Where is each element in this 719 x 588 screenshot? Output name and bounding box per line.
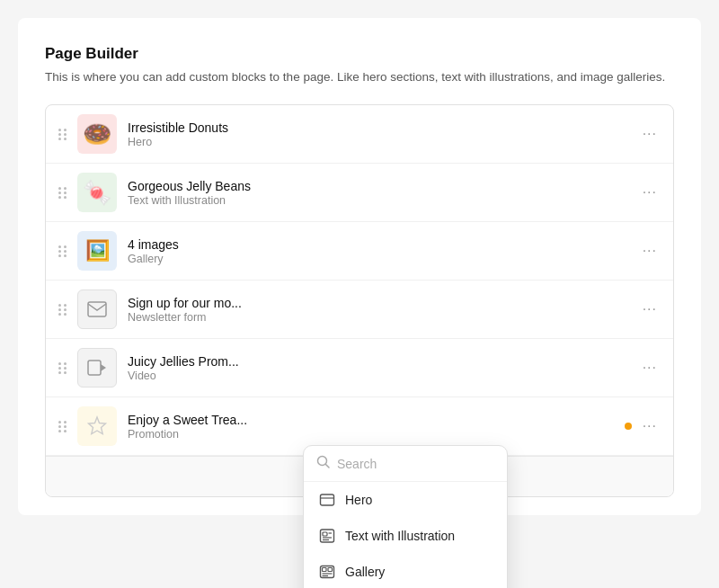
block-info: Gorgeous Jelly Beans Text with Illustrat… bbox=[128, 179, 639, 207]
svg-marker-24 bbox=[89, 417, 106, 434]
more-options-button[interactable]: ··· bbox=[639, 181, 661, 204]
block-list: 🍩 Irresistible Donuts Hero ··· 🍬 Gorgeou… bbox=[45, 104, 674, 497]
block-actions: ··· bbox=[639, 356, 661, 379]
search-icon bbox=[316, 455, 330, 472]
svg-line-1 bbox=[326, 465, 330, 468]
add-block-dropdown: Hero Text with Illustration bbox=[303, 445, 508, 588]
block-thumbnail: 🍬 bbox=[77, 173, 117, 212]
block-info: 4 images Gallery bbox=[128, 237, 639, 265]
drag-handle[interactable] bbox=[58, 421, 67, 432]
block-name: 4 images bbox=[128, 237, 307, 252]
dropdown-search-bar bbox=[304, 446, 507, 482]
hero-icon bbox=[318, 491, 336, 509]
block-info: Enjoy a Sweet Trea... Promotion bbox=[128, 413, 625, 441]
drag-handle[interactable] bbox=[58, 304, 67, 316]
svg-rect-11 bbox=[328, 568, 333, 572]
block-name: Sign up for our mo... bbox=[128, 296, 307, 310]
dropdown-item-hero[interactable]: Hero bbox=[304, 482, 507, 518]
svg-rect-5 bbox=[323, 532, 327, 536]
more-options-button[interactable]: ··· bbox=[639, 239, 661, 263]
more-options-button[interactable]: ··· bbox=[639, 298, 661, 321]
drag-handle[interactable] bbox=[58, 187, 67, 199]
block-type: Promotion bbox=[128, 428, 625, 441]
block-type: Text with Illustration bbox=[128, 194, 639, 207]
drag-handle[interactable] bbox=[58, 362, 67, 374]
more-options-button[interactable]: ··· bbox=[639, 356, 661, 379]
block-thumbnail bbox=[77, 406, 117, 446]
table-row: 🖼️ 4 images Gallery ··· bbox=[46, 222, 673, 281]
block-type: Hero bbox=[128, 136, 639, 148]
block-thumbnail bbox=[77, 290, 117, 329]
block-name: Gorgeous Jelly Beans bbox=[128, 179, 307, 193]
block-thumbnail: 🍩 bbox=[77, 114, 117, 154]
block-thumbnail bbox=[77, 348, 117, 388]
block-info: Sign up for our mo... Newsletter form bbox=[128, 296, 639, 324]
dropdown-item-label: Gallery bbox=[345, 565, 385, 579]
block-actions: ··· bbox=[639, 298, 661, 321]
dropdown-item-text-illustration[interactable]: Text with Illustration bbox=[304, 518, 507, 554]
block-type: Gallery bbox=[128, 253, 639, 265]
table-row: 🍬 Gorgeous Jelly Beans Text with Illustr… bbox=[46, 164, 673, 222]
svg-marker-23 bbox=[101, 364, 106, 371]
more-options-button[interactable]: ··· bbox=[639, 414, 661, 438]
drag-handle[interactable] bbox=[58, 245, 67, 257]
gallery-icon bbox=[318, 563, 336, 581]
block-actions: ··· bbox=[625, 414, 661, 438]
page-builder-container: Page Builder This is where you can add c… bbox=[18, 18, 701, 515]
block-name: Irresistible Donuts bbox=[128, 120, 307, 135]
table-row: Sign up for our mo... Newsletter form ··… bbox=[46, 281, 673, 339]
table-row: Juicy Jellies Prom... Video ··· bbox=[46, 339, 673, 397]
status-badge bbox=[625, 423, 632, 430]
dropdown-item-label: Text with Illustration bbox=[345, 529, 455, 543]
text-illustration-icon bbox=[318, 527, 336, 545]
svg-rect-10 bbox=[323, 568, 327, 572]
drag-handle[interactable] bbox=[58, 129, 67, 140]
svg-rect-2 bbox=[321, 494, 334, 505]
block-name: Juicy Jellies Prom... bbox=[128, 354, 307, 369]
block-actions: ··· bbox=[639, 239, 661, 263]
svg-rect-21 bbox=[88, 302, 106, 316]
block-name: Enjoy a Sweet Trea... bbox=[128, 413, 307, 427]
block-actions: ··· bbox=[639, 122, 661, 146]
dropdown-item-gallery[interactable]: Gallery bbox=[304, 554, 507, 588]
more-options-button[interactable]: ··· bbox=[639, 122, 661, 146]
dropdown-item-label: Hero bbox=[345, 493, 372, 507]
search-input[interactable] bbox=[337, 457, 494, 471]
block-info: Irresistible Donuts Hero bbox=[128, 120, 639, 148]
page-description: This is where you can add custom blocks … bbox=[45, 68, 674, 86]
block-type: Video bbox=[128, 370, 639, 382]
block-thumbnail: 🖼️ bbox=[77, 231, 117, 271]
svg-rect-22 bbox=[88, 361, 101, 375]
table-row: 🍩 Irresistible Donuts Hero ··· bbox=[46, 105, 673, 164]
page-title: Page Builder bbox=[45, 45, 674, 63]
block-actions: ··· bbox=[639, 181, 661, 204]
block-type: Newsletter form bbox=[128, 311, 639, 324]
block-info: Juicy Jellies Prom... Video bbox=[128, 354, 639, 382]
